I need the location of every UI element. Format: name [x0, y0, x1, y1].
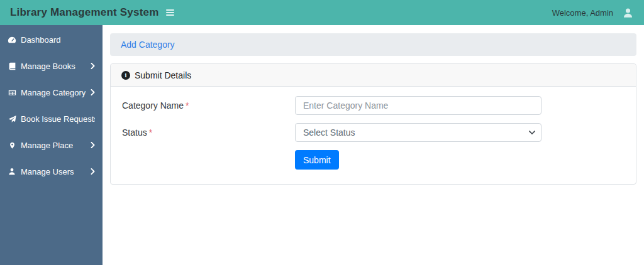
map-marker-icon	[8, 141, 16, 149]
sidebar-item-label: Manage Place	[21, 141, 73, 150]
label-text: Category Name	[122, 100, 184, 111]
user-icon	[8, 168, 16, 175]
paper-plane-icon	[8, 115, 16, 123]
breadcrumb-add-category-link[interactable]: Add Category	[121, 40, 175, 50]
app-title: Library Management System	[10, 6, 158, 19]
welcome-text: Welcome, Admin	[552, 8, 613, 18]
chevron-right-icon	[91, 63, 95, 69]
card-header: Submit Details	[111, 64, 636, 87]
chevron-right-icon	[91, 89, 95, 95]
sidebar-item-manage-books[interactable]: Manage Books	[0, 53, 103, 79]
breadcrumb: Add Category	[110, 33, 636, 56]
submit-button[interactable]: Submit	[295, 150, 339, 170]
sidebar-item-book-issue-requests[interactable]: Book Issue Requests	[0, 105, 103, 132]
sidebar-item-manage-place[interactable]: Manage Place	[0, 132, 103, 158]
status-select[interactable]: Select Status	[295, 123, 541, 142]
table-icon	[8, 89, 16, 97]
top-header: Library Management System Welcome, Admin	[0, 0, 644, 25]
sidebar-item-manage-users[interactable]: Manage Users	[0, 158, 103, 185]
sidebar-item-label: Manage Users	[21, 167, 74, 176]
card-title: Submit Details	[135, 70, 191, 80]
sidebar-item-manage-category[interactable]: Manage Category	[0, 79, 103, 105]
sidebar-item-label: Manage Books	[21, 62, 75, 71]
sidebar-item-label: Manage Category	[21, 88, 86, 97]
required-asterisk: *	[149, 127, 152, 138]
category-name-row: Category Name*	[122, 96, 625, 115]
status-select-wrap: Select Status	[295, 123, 541, 142]
submit-row: Submit	[122, 150, 625, 170]
submit-details-card: Submit Details Category Name* Status* Se…	[110, 63, 636, 185]
dashboard-icon	[8, 35, 16, 44]
sidebar-item-dashboard[interactable]: Dashboard	[0, 26, 103, 53]
chevron-right-icon	[91, 142, 95, 148]
sidebar-nav: Dashboard Manage Books Manage Category	[0, 25, 103, 265]
main-content: Add Category Submit Details Category Nam…	[103, 25, 644, 265]
hamburger-menu-icon[interactable]	[166, 9, 174, 16]
category-name-input[interactable]	[295, 96, 541, 115]
category-name-label: Category Name*	[122, 100, 295, 111]
card-body: Category Name* Status* Select Status	[111, 87, 636, 184]
chevron-right-icon	[91, 168, 95, 175]
info-circle-icon	[121, 71, 130, 80]
sidebar-item-label: Dashboard	[21, 35, 61, 45]
book-icon	[8, 62, 16, 70]
sidebar-item-label: Book Issue Requests	[21, 114, 95, 124]
required-asterisk: *	[186, 100, 189, 111]
status-label: Status*	[122, 127, 295, 138]
status-row: Status* Select Status	[122, 123, 625, 142]
label-text: Status	[122, 127, 147, 138]
user-avatar-icon[interactable]	[622, 7, 634, 19]
